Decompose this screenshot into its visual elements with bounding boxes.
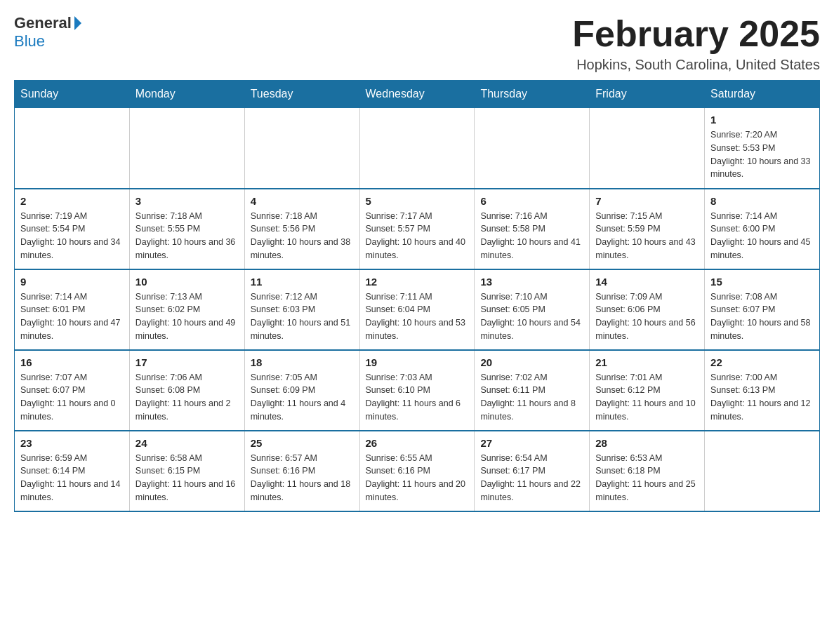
day-info: Sunrise: 7:15 AMSunset: 5:59 PMDaylight:…	[595, 210, 699, 262]
day-info: Sunrise: 7:01 AMSunset: 6:12 PMDaylight:…	[595, 371, 699, 424]
day-info: Sunrise: 6:58 AMSunset: 6:15 PMDaylight:…	[135, 452, 239, 504]
day-info: Sunrise: 7:19 AMSunset: 5:54 PMDaylight:…	[20, 210, 124, 262]
day-number: 24	[135, 437, 239, 449]
day-info: Sunrise: 7:03 AMSunset: 6:10 PMDaylight:…	[366, 371, 469, 424]
week-row-4: 16Sunrise: 7:07 AMSunset: 6:07 PMDayligh…	[15, 350, 820, 431]
table-cell: 26Sunrise: 6:55 AMSunset: 6:16 PMDayligh…	[359, 431, 475, 511]
day-number: 19	[366, 356, 469, 368]
day-number: 20	[480, 356, 583, 368]
table-cell: 16Sunrise: 7:07 AMSunset: 6:07 PMDayligh…	[15, 350, 130, 431]
day-number: 22	[710, 356, 814, 368]
day-info: Sunrise: 7:12 AMSunset: 6:03 PMDaylight:…	[251, 290, 354, 343]
week-row-2: 2Sunrise: 7:19 AMSunset: 5:54 PMDaylight…	[15, 189, 820, 269]
header-sunday: Sunday	[15, 81, 130, 108]
week-row-3: 9Sunrise: 7:14 AMSunset: 6:01 PMDaylight…	[15, 269, 820, 350]
day-number: 27	[480, 437, 583, 449]
day-number: 13	[480, 276, 583, 288]
calendar-table: Sunday Monday Tuesday Wednesday Thursday…	[14, 80, 820, 512]
day-info: Sunrise: 7:10 AMSunset: 6:05 PMDaylight:…	[480, 290, 583, 343]
day-info: Sunrise: 7:18 AMSunset: 5:56 PMDaylight:…	[251, 210, 354, 262]
logo: General Blue	[14, 14, 81, 51]
table-cell: 13Sunrise: 7:10 AMSunset: 6:05 PMDayligh…	[475, 269, 590, 350]
week-row-1: 1Sunrise: 7:20 AMSunset: 5:53 PMDaylight…	[15, 108, 820, 189]
table-cell: 11Sunrise: 7:12 AMSunset: 6:03 PMDayligh…	[244, 269, 359, 350]
table-cell: 21Sunrise: 7:01 AMSunset: 6:12 PMDayligh…	[590, 350, 705, 431]
day-number: 12	[366, 276, 469, 288]
day-number: 3	[135, 195, 239, 207]
day-info: Sunrise: 7:11 AMSunset: 6:04 PMDaylight:…	[366, 290, 469, 343]
day-number: 9	[20, 276, 124, 288]
day-info: Sunrise: 7:09 AMSunset: 6:06 PMDaylight:…	[595, 290, 699, 343]
table-cell: 23Sunrise: 6:59 AMSunset: 6:14 PMDayligh…	[15, 431, 130, 511]
table-cell	[590, 108, 705, 189]
day-info: Sunrise: 7:17 AMSunset: 5:57 PMDaylight:…	[366, 210, 469, 262]
day-info: Sunrise: 7:02 AMSunset: 6:11 PMDaylight:…	[480, 371, 583, 424]
day-number: 26	[366, 437, 469, 449]
day-info: Sunrise: 6:59 AMSunset: 6:14 PMDaylight:…	[20, 452, 124, 504]
page-header: General Blue February 2025 Hopkins, Sout…	[14, 14, 820, 73]
table-cell: 28Sunrise: 6:53 AMSunset: 6:18 PMDayligh…	[590, 431, 705, 511]
day-number: 23	[20, 437, 124, 449]
table-cell: 4Sunrise: 7:18 AMSunset: 5:56 PMDaylight…	[244, 189, 359, 269]
table-cell: 20Sunrise: 7:02 AMSunset: 6:11 PMDayligh…	[475, 350, 590, 431]
header-tuesday: Tuesday	[244, 81, 359, 108]
day-number: 11	[251, 276, 354, 288]
day-info: Sunrise: 7:13 AMSunset: 6:02 PMDaylight:…	[135, 290, 239, 343]
header-monday: Monday	[129, 81, 244, 108]
table-cell	[705, 431, 820, 511]
day-number: 6	[480, 195, 583, 207]
day-info: Sunrise: 7:05 AMSunset: 6:09 PMDaylight:…	[251, 371, 354, 424]
day-info: Sunrise: 7:07 AMSunset: 6:07 PMDaylight:…	[20, 371, 124, 424]
logo-general: General	[14, 14, 72, 32]
logo-text: General	[14, 14, 81, 32]
table-cell: 27Sunrise: 6:54 AMSunset: 6:17 PMDayligh…	[475, 431, 590, 511]
calendar-body: 1Sunrise: 7:20 AMSunset: 5:53 PMDaylight…	[15, 108, 820, 511]
day-info: Sunrise: 7:14 AMSunset: 6:01 PMDaylight:…	[20, 290, 124, 343]
day-number: 28	[595, 437, 699, 449]
table-cell: 15Sunrise: 7:08 AMSunset: 6:07 PMDayligh…	[705, 269, 820, 350]
header-wednesday: Wednesday	[359, 81, 475, 108]
day-info: Sunrise: 6:55 AMSunset: 6:16 PMDaylight:…	[366, 452, 469, 504]
table-cell: 6Sunrise: 7:16 AMSunset: 5:58 PMDaylight…	[475, 189, 590, 269]
day-info: Sunrise: 7:20 AMSunset: 5:53 PMDaylight:…	[710, 128, 814, 181]
calendar-header: Sunday Monday Tuesday Wednesday Thursday…	[15, 81, 820, 108]
day-number: 18	[251, 356, 354, 368]
table-cell: 7Sunrise: 7:15 AMSunset: 5:59 PMDaylight…	[590, 189, 705, 269]
day-info: Sunrise: 7:18 AMSunset: 5:55 PMDaylight:…	[135, 210, 239, 262]
table-cell	[129, 108, 244, 189]
table-cell: 9Sunrise: 7:14 AMSunset: 6:01 PMDaylight…	[15, 269, 130, 350]
day-number: 17	[135, 356, 239, 368]
location-subtitle: Hopkins, South Carolina, United States	[572, 57, 820, 73]
day-number: 7	[595, 195, 699, 207]
logo-blue: Blue	[14, 32, 45, 51]
table-cell	[15, 108, 130, 189]
table-cell	[244, 108, 359, 189]
day-number: 5	[366, 195, 469, 207]
day-number: 16	[20, 356, 124, 368]
day-number: 25	[251, 437, 354, 449]
weekday-header-row: Sunday Monday Tuesday Wednesday Thursday…	[15, 81, 820, 108]
header-friday: Friday	[590, 81, 705, 108]
table-cell: 5Sunrise: 7:17 AMSunset: 5:57 PMDaylight…	[359, 189, 475, 269]
table-cell	[475, 108, 590, 189]
title-section: February 2025 Hopkins, South Carolina, U…	[572, 14, 820, 73]
day-info: Sunrise: 6:53 AMSunset: 6:18 PMDaylight:…	[595, 452, 699, 504]
table-cell: 25Sunrise: 6:57 AMSunset: 6:16 PMDayligh…	[244, 431, 359, 511]
table-cell: 2Sunrise: 7:19 AMSunset: 5:54 PMDaylight…	[15, 189, 130, 269]
table-cell: 1Sunrise: 7:20 AMSunset: 5:53 PMDaylight…	[705, 108, 820, 189]
day-info: Sunrise: 7:06 AMSunset: 6:08 PMDaylight:…	[135, 371, 239, 424]
table-cell: 19Sunrise: 7:03 AMSunset: 6:10 PMDayligh…	[359, 350, 475, 431]
table-cell: 10Sunrise: 7:13 AMSunset: 6:02 PMDayligh…	[129, 269, 244, 350]
day-number: 2	[20, 195, 124, 207]
day-number: 8	[710, 195, 814, 207]
day-info: Sunrise: 7:14 AMSunset: 6:00 PMDaylight:…	[710, 210, 814, 262]
table-cell: 18Sunrise: 7:05 AMSunset: 6:09 PMDayligh…	[244, 350, 359, 431]
day-number: 1	[710, 114, 814, 126]
table-cell: 24Sunrise: 6:58 AMSunset: 6:15 PMDayligh…	[129, 431, 244, 511]
day-number: 15	[710, 276, 814, 288]
day-info: Sunrise: 7:00 AMSunset: 6:13 PMDaylight:…	[710, 371, 814, 424]
day-number: 4	[251, 195, 354, 207]
table-cell: 17Sunrise: 7:06 AMSunset: 6:08 PMDayligh…	[129, 350, 244, 431]
day-number: 14	[595, 276, 699, 288]
day-info: Sunrise: 6:57 AMSunset: 6:16 PMDaylight:…	[251, 452, 354, 504]
